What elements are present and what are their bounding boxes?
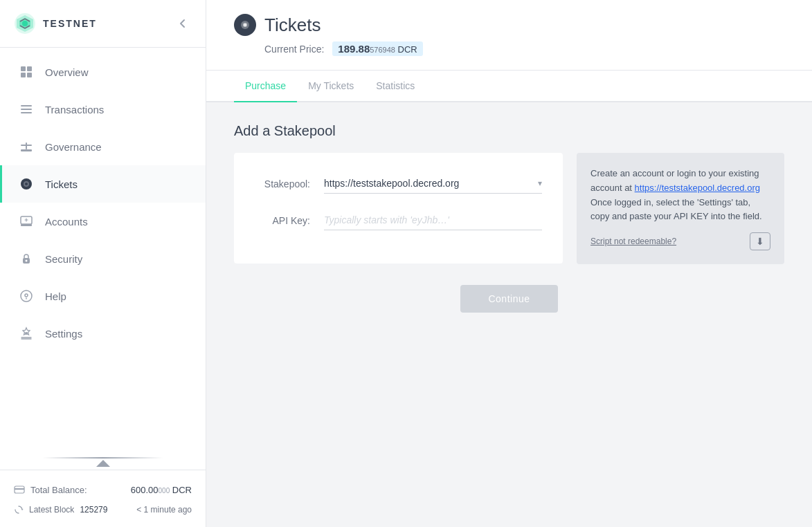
governance-icon <box>19 139 34 154</box>
sidebar-item-help[interactable]: Help <box>0 277 206 315</box>
stakepool-field: Stakepool: https://teststakepool.decred.… <box>255 174 542 194</box>
api-key-field: API Key: <box>255 210 542 230</box>
latest-block-number: 125279 <box>80 505 107 515</box>
info-text: Create an account or login to your exist… <box>590 167 770 224</box>
svg-point-14 <box>25 183 28 185</box>
page-header: Tickets Current Price: 189.88576948 DCR <box>206 0 812 71</box>
svg-point-19 <box>21 290 32 302</box>
security-icon <box>19 251 34 266</box>
sidebar-item-settings-label: Settings <box>45 328 82 340</box>
sidebar-item-security-label: Security <box>45 253 82 265</box>
sidebar-item-overview-label: Overview <box>45 66 89 78</box>
page-title: Tickets <box>264 15 321 36</box>
decred-logo-icon <box>14 12 36 35</box>
tickets-icon <box>19 176 34 192</box>
page-title-row: Tickets <box>234 14 784 36</box>
svg-rect-8 <box>21 112 32 113</box>
svg-rect-7 <box>21 109 32 110</box>
tab-my-tickets[interactable]: My Tickets <box>297 71 365 102</box>
download-script-button[interactable]: ⬇ <box>750 232 770 250</box>
svg-point-18 <box>26 260 28 262</box>
chevron-down-icon: ▾ <box>538 178 542 188</box>
accounts-icon <box>19 214 34 229</box>
svg-rect-22 <box>15 488 24 490</box>
tickets-page-icon <box>234 14 256 36</box>
sidebar-footer: Total Balance: 600.00000 DCR Latest Bloc… <box>0 470 206 527</box>
tab-statistics[interactable]: Statistics <box>365 71 426 102</box>
info-card-footer: Script not redeemable? ⬇ <box>590 232 770 250</box>
current-price-label: Current Price: <box>264 44 324 55</box>
api-key-label: API Key: <box>255 215 310 226</box>
api-key-input[interactable] <box>324 210 542 230</box>
stakepool-link[interactable]: https://teststakepool.decred.org <box>635 183 760 193</box>
sidebar-nav: Overview Transactions Gove <box>0 48 206 453</box>
sidebar-item-governance[interactable]: Governance <box>0 128 206 165</box>
latest-block-label: Latest Block <box>29 505 74 515</box>
main-content: Tickets Current Price: 189.88576948 DCR … <box>206 0 812 527</box>
grid-icon <box>19 64 34 80</box>
balance-row: Total Balance: 600.00000 DCR <box>14 479 192 501</box>
back-button[interactable] <box>174 15 192 33</box>
continue-row: Continue <box>234 278 784 320</box>
svg-rect-11 <box>21 145 32 146</box>
back-arrow-icon <box>177 17 189 30</box>
collapse-handle <box>0 453 206 470</box>
svg-point-20 <box>25 332 28 335</box>
script-not-redeemable-link[interactable]: Script not redeemable? <box>590 235 676 248</box>
add-stakepool-section: Add a Stakepool Stakepool: https://tests… <box>234 123 784 320</box>
svg-point-1 <box>22 21 28 26</box>
sidebar-item-help-label: Help <box>45 290 66 302</box>
tabs-bar: Purchase My Tickets Statistics <box>206 71 812 102</box>
sidebar-header: TESTNET <box>0 0 206 48</box>
app-name: TESTNET <box>43 18 97 29</box>
logo-area: TESTNET <box>14 12 97 35</box>
download-icon: ⬇ <box>756 236 764 247</box>
svg-point-25 <box>244 24 246 26</box>
sidebar-item-overview[interactable]: Overview <box>0 53 206 91</box>
svg-rect-2 <box>21 66 26 71</box>
stakepool-form-row: Stakepool: https://teststakepool.decred.… <box>234 153 784 264</box>
continue-button[interactable]: Continue <box>460 285 557 313</box>
help-icon <box>19 288 34 304</box>
svg-rect-5 <box>27 73 32 77</box>
stakepool-form-card: Stakepool: https://teststakepool.decred.… <box>234 153 563 264</box>
svg-rect-3 <box>27 66 32 71</box>
total-balance-label: Total Balance: <box>30 485 87 495</box>
settings-icon <box>19 326 34 341</box>
stakepool-info-card: Create an account or login to your exist… <box>577 153 784 264</box>
stakepool-dropdown-wrapper[interactable]: https://teststakepool.decred.org ▾ <box>324 174 542 194</box>
svg-rect-6 <box>21 105 32 107</box>
balance-icon <box>14 484 25 495</box>
stakepool-label: Stakepool: <box>255 178 310 189</box>
api-key-input-wrapper[interactable] <box>324 210 542 230</box>
svg-rect-4 <box>21 73 26 77</box>
sidebar-item-accounts-label: Accounts <box>45 216 88 228</box>
sidebar-item-settings[interactable]: Settings <box>0 315 206 352</box>
total-balance-value: 600.00000 DCR <box>131 485 192 495</box>
sidebar: TESTNET Overview <box>0 0 206 527</box>
sidebar-item-transactions-label: Transactions <box>45 104 104 115</box>
price-badge: 189.88576948 DCR <box>332 41 422 56</box>
sidebar-item-tickets-label: Tickets <box>45 178 78 190</box>
sidebar-item-governance-label: Governance <box>45 141 102 153</box>
sidebar-item-accounts[interactable]: Accounts <box>0 203 206 240</box>
current-price-row: Current Price: 189.88576948 DCR <box>234 41 784 56</box>
tab-purchase[interactable]: Purchase <box>234 71 297 102</box>
add-stakepool-title: Add a Stakepool <box>234 123 784 139</box>
svg-rect-9 <box>21 149 32 151</box>
svg-rect-16 <box>21 224 32 226</box>
sidebar-item-transactions[interactable]: Transactions <box>0 91 206 128</box>
content-area: Add a Stakepool Stakepool: https://tests… <box>206 102 812 527</box>
latest-block-row: Latest Block 125279 < 1 minute ago <box>14 501 192 519</box>
stakepool-select[interactable]: https://teststakepool.decred.org <box>324 174 538 193</box>
latest-block-time: < 1 minute ago <box>136 505 192 515</box>
ticket-dot-icon <box>240 19 251 30</box>
sync-icon <box>14 505 24 515</box>
sidebar-item-tickets[interactable]: Tickets <box>0 165 206 203</box>
sidebar-item-security[interactable]: Security <box>0 240 206 277</box>
transactions-icon <box>19 102 34 117</box>
